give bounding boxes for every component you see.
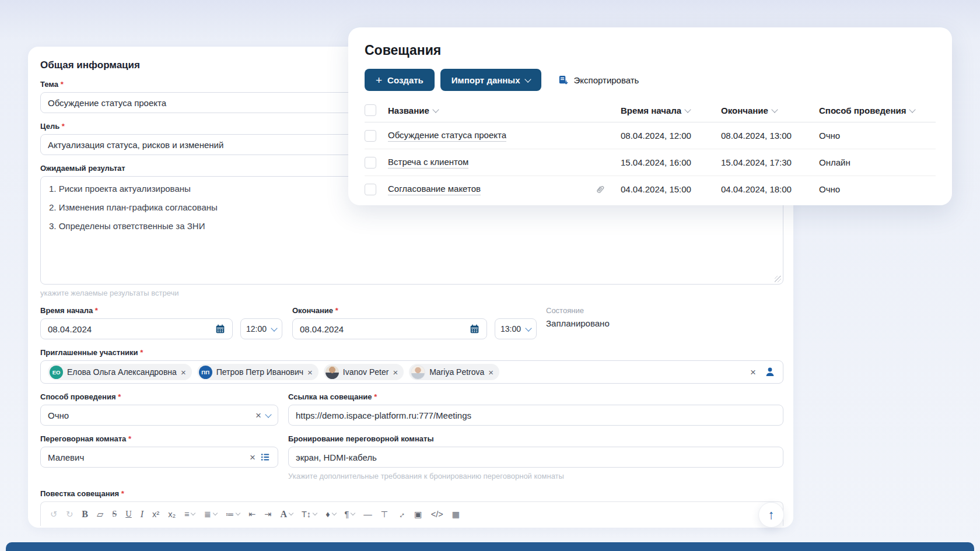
toolbar-icon-bullet-list[interactable]: ≣: [204, 510, 216, 519]
start-date-input[interactable]: [48, 324, 211, 334]
clear-method-icon[interactable]: ×: [256, 410, 261, 420]
toolbar-icon-align[interactable]: ≡: [184, 510, 195, 519]
toolbar-icon-table[interactable]: ▦: [452, 510, 460, 519]
start-date-field[interactable]: [40, 318, 233, 339]
column-header-end[interactable]: Окончание: [721, 106, 819, 115]
method-select[interactable]: Очно ×: [40, 405, 278, 426]
participants-field[interactable]: ЕО Елова Ольга Александровна × ПП Петров…: [40, 360, 783, 384]
row-checkbox[interactable]: [365, 130, 376, 142]
table-header-row: Название Время начала Окончание Способ п…: [365, 99, 936, 122]
calendar-icon[interactable]: [470, 324, 480, 334]
remove-participant-icon[interactable]: ×: [307, 368, 313, 377]
status-value: Запланировано: [546, 318, 610, 328]
toolbar-icon-font-color[interactable]: A: [280, 509, 293, 520]
toolbar-icon-paragraph[interactable]: ¶: [345, 510, 355, 519]
participant-name: Петров Петр Иванович: [216, 367, 303, 377]
paperclip-icon: [595, 184, 606, 195]
plus-icon: +: [376, 75, 382, 86]
datetime-row: Время начала 12:00 Окончание: [40, 297, 783, 339]
toolbar-icon-undo[interactable]: ↺: [50, 510, 57, 519]
end-cell: 15.04.2024, 17:30: [721, 157, 819, 167]
remove-participant-icon[interactable]: ×: [393, 368, 398, 377]
avatar: ЕО: [50, 366, 63, 379]
booking-field[interactable]: [288, 447, 783, 468]
remove-participant-icon[interactable]: ×: [181, 368, 186, 377]
add-person-icon[interactable]: [764, 366, 776, 378]
start-time-select[interactable]: 12:00: [240, 318, 282, 339]
method-cell: Очно: [819, 131, 936, 141]
status-label: Состояние: [546, 306, 610, 315]
room-list-icon[interactable]: [260, 452, 271, 462]
room-select[interactable]: Малевич ×: [40, 447, 278, 468]
toolbar-icon-strikethrough[interactable]: S: [112, 509, 117, 519]
toolbar-icon-fullscreen[interactable]: ↔: [397, 510, 405, 519]
sort-icon: [684, 106, 691, 113]
method-cell: Онлайн: [819, 157, 936, 167]
toolbar-icon-code[interactable]: </>: [431, 510, 443, 519]
column-header-name[interactable]: Название: [388, 106, 621, 115]
toolbar-icon-underline[interactable]: U: [125, 509, 131, 519]
calendar-icon[interactable]: [215, 324, 225, 334]
toolbar-icon-italic[interactable]: I: [141, 509, 144, 520]
participant-chip[interactable]: ЕО Елова Ольга Александровна ×: [48, 364, 192, 380]
textarea-resize-handle[interactable]: [775, 276, 781, 282]
link-input[interactable]: [296, 410, 776, 420]
link-field[interactable]: [288, 405, 783, 426]
end-time-value: 13:00: [501, 324, 521, 334]
start-time-label: Время начала: [40, 306, 282, 315]
toolbar-icon-horizontal-rule[interactable]: —: [363, 510, 372, 519]
scroll-to-top-button[interactable]: ↑: [758, 502, 784, 528]
export-button[interactable]: Экспортировать: [552, 69, 645, 91]
agenda-editor-toolbar: ↺ ↻ B ▱ S U I x² x₂ ≡ ≣ ≔ ⇤ ⇥ A T↕ ♦ ¶ —…: [40, 501, 783, 526]
toolbar-icon-font-size[interactable]: T↕: [302, 510, 317, 519]
sort-icon: [771, 106, 778, 113]
method-value: Очно: [48, 410, 251, 420]
end-cell: 04.04.2024, 18:00: [721, 184, 819, 194]
table-row: Согласование макетов 04.04.2024, 15:00 0…: [365, 176, 936, 202]
import-button[interactable]: Импорт данных: [440, 69, 541, 91]
expected-result-line: 3. Определены ответственные за ЗНИ: [49, 221, 775, 231]
table-row: Обсуждение статуса проекта 08.04.2024, 1…: [365, 122, 936, 149]
toolbar-icon-superscript[interactable]: x²: [152, 510, 159, 519]
chevron-down-icon: [525, 325, 531, 331]
toolbar-icon-numbered-list[interactable]: ≔: [226, 510, 240, 519]
agenda-label: Повестка совещания: [40, 489, 783, 498]
participant-chip[interactable]: Mariya Petrova ×: [409, 364, 499, 380]
toolbar-icon-indent[interactable]: ⇥: [264, 510, 271, 519]
toolbar-icon-eraser[interactable]: ▱: [97, 510, 103, 519]
end-cell: 08.04.2024, 13:00: [721, 131, 819, 141]
toolbar-icon-image[interactable]: ▣: [414, 510, 422, 519]
end-time-select[interactable]: 13:00: [495, 318, 537, 339]
toolbar-icon-bold[interactable]: B: [82, 509, 88, 520]
participant-chip[interactable]: ПП Петров Петр Иванович ×: [197, 364, 318, 380]
column-header-start[interactable]: Время начала: [621, 106, 721, 115]
clear-participants-icon[interactable]: ×: [750, 367, 756, 377]
arrow-up-icon: ↑: [768, 507, 775, 522]
row-checkbox[interactable]: [365, 157, 376, 169]
export-icon: [558, 75, 569, 86]
clear-room-icon[interactable]: ×: [250, 452, 256, 462]
toolbar-icon-subscript[interactable]: x₂: [168, 510, 176, 519]
room-label: Переговорная комната: [40, 434, 278, 443]
participant-chip[interactable]: Ivanov Peter ×: [324, 364, 404, 380]
column-header-method[interactable]: Способ проведения: [819, 106, 936, 115]
toolbar-icon-redo[interactable]: ↻: [66, 510, 73, 519]
toolbar-icon-outdent[interactable]: ⇤: [249, 510, 256, 519]
end-date-input[interactable]: [300, 324, 465, 334]
end-date-field[interactable]: [292, 318, 487, 339]
select-all-checkbox[interactable]: [365, 104, 376, 116]
remove-participant-icon[interactable]: ×: [488, 368, 494, 377]
toolbar-icon-clear-format[interactable]: ⊤: [381, 510, 388, 519]
bottom-panel-edge: [6, 542, 974, 551]
participant-name: Елова Ольга Александровна: [67, 367, 177, 377]
meeting-link[interactable]: Согласование макетов: [388, 184, 481, 195]
toolbar-icon-ink-color[interactable]: ♦: [326, 510, 335, 519]
chevron-down-icon: [265, 411, 271, 417]
start-cell: 04.04.2024, 15:00: [621, 184, 721, 194]
booking-input[interactable]: [296, 452, 776, 462]
booking-hint: Укажите дополнительные требования к брон…: [288, 472, 783, 480]
meeting-link[interactable]: Обсуждение статуса проекта: [388, 130, 506, 142]
create-button[interactable]: + Создать: [365, 69, 435, 91]
meeting-link[interactable]: Встреча с клиентом: [388, 157, 468, 169]
row-checkbox[interactable]: [365, 184, 376, 195]
